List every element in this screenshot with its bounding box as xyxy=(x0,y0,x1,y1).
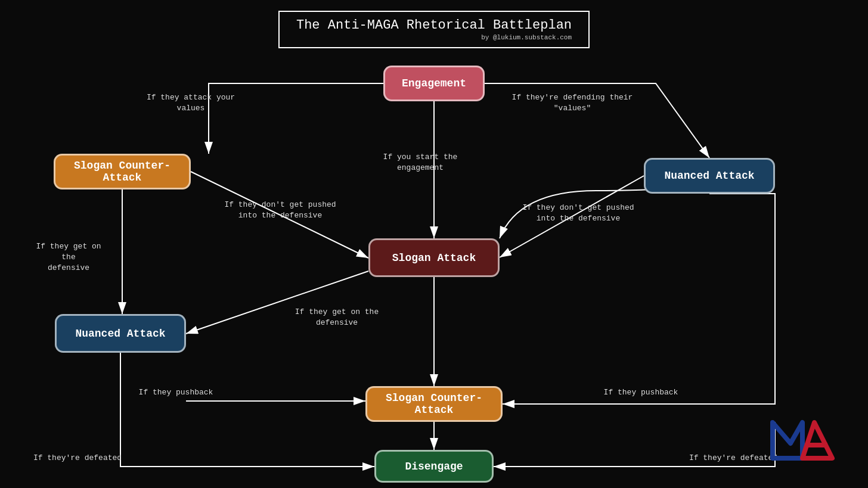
node-slogan-attack: Slogan Attack xyxy=(368,238,500,277)
logo xyxy=(767,411,838,470)
main-canvas: The Anti-MAGA Rhetorical Battleplan by @… xyxy=(0,0,868,488)
node-disengage: Disengage xyxy=(374,450,494,483)
label-defeated-left: If they're defeated xyxy=(30,453,125,464)
label-pushback-left: If they pushback xyxy=(131,387,221,398)
svg-marker-2 xyxy=(773,422,802,458)
node-slogan-counter-bottom: Slogan Counter-Attack xyxy=(365,386,503,422)
node-engagement: Engagement xyxy=(383,66,485,101)
node-nuanced-left: Nuanced Attack xyxy=(55,314,186,353)
label-start-engagement: If you start theengagement xyxy=(370,152,471,173)
label-defending-values: If they're defending their "values" xyxy=(501,92,644,114)
label-attack-values: If they attack your values xyxy=(131,92,250,114)
svg-marker-3 xyxy=(802,422,832,458)
subtitle: by @lukium.substack.com xyxy=(296,34,572,41)
label-get-on-defensive: If they get on thedefensive xyxy=(30,241,107,274)
label-get-defensive-bottom: If they get on thedefensive xyxy=(286,307,388,328)
label-dont-pushed-top: If they don't get pushedinto the defensi… xyxy=(221,200,340,221)
node-slogan-counter-top: Slogan Counter-Attack xyxy=(54,154,191,189)
node-nuanced-right: Nuanced Attack xyxy=(644,158,775,194)
title-box: The Anti-MAGA Rhetorical Battleplan by @… xyxy=(278,11,590,48)
label-dont-pushed-right: If they don't get pushedinto the defensi… xyxy=(519,203,638,224)
label-pushback-right: If they pushback xyxy=(596,387,686,398)
main-title: The Anti-MAGA Rhetorical Battleplan xyxy=(296,18,572,33)
